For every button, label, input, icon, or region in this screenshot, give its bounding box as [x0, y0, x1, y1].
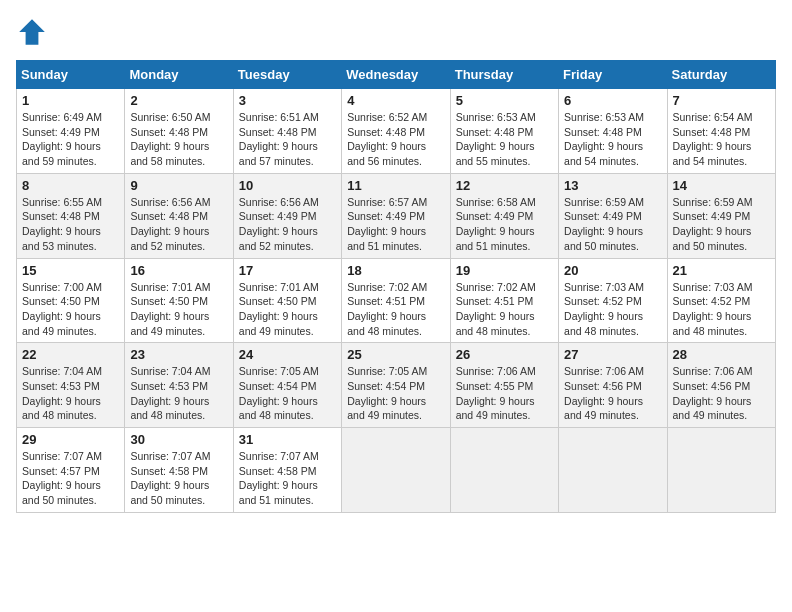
day-number: 25 [347, 347, 444, 362]
empty-cell [559, 428, 667, 513]
day-info: Sunrise: 7:05 AMSunset: 4:54 PMDaylight:… [239, 364, 336, 423]
day-number: 18 [347, 263, 444, 278]
day-number: 29 [22, 432, 119, 447]
weekday-header-wednesday: Wednesday [342, 61, 450, 89]
day-info: Sunrise: 7:02 AMSunset: 4:51 PMDaylight:… [347, 280, 444, 339]
day-number: 16 [130, 263, 227, 278]
day-number: 21 [673, 263, 770, 278]
day-info: Sunrise: 7:04 AMSunset: 4:53 PMDaylight:… [22, 364, 119, 423]
day-info: Sunrise: 6:53 AMSunset: 4:48 PMDaylight:… [456, 110, 553, 169]
day-number: 3 [239, 93, 336, 108]
day-cell-11: 11Sunrise: 6:57 AMSunset: 4:49 PMDayligh… [342, 173, 450, 258]
day-cell-7: 7Sunrise: 6:54 AMSunset: 4:48 PMDaylight… [667, 89, 775, 174]
day-number: 12 [456, 178, 553, 193]
day-info: Sunrise: 6:52 AMSunset: 4:48 PMDaylight:… [347, 110, 444, 169]
day-cell-8: 8Sunrise: 6:55 AMSunset: 4:48 PMDaylight… [17, 173, 125, 258]
day-cell-27: 27Sunrise: 7:06 AMSunset: 4:56 PMDayligh… [559, 343, 667, 428]
day-cell-4: 4Sunrise: 6:52 AMSunset: 4:48 PMDaylight… [342, 89, 450, 174]
day-info: Sunrise: 6:57 AMSunset: 4:49 PMDaylight:… [347, 195, 444, 254]
day-info: Sunrise: 6:58 AMSunset: 4:49 PMDaylight:… [456, 195, 553, 254]
day-info: Sunrise: 7:07 AMSunset: 4:58 PMDaylight:… [239, 449, 336, 508]
day-info: Sunrise: 6:55 AMSunset: 4:48 PMDaylight:… [22, 195, 119, 254]
weekday-header-tuesday: Tuesday [233, 61, 341, 89]
day-cell-18: 18Sunrise: 7:02 AMSunset: 4:51 PMDayligh… [342, 258, 450, 343]
day-number: 23 [130, 347, 227, 362]
day-cell-9: 9Sunrise: 6:56 AMSunset: 4:48 PMDaylight… [125, 173, 233, 258]
weekday-header-monday: Monday [125, 61, 233, 89]
day-info: Sunrise: 6:49 AMSunset: 4:49 PMDaylight:… [22, 110, 119, 169]
day-number: 2 [130, 93, 227, 108]
day-number: 15 [22, 263, 119, 278]
day-info: Sunrise: 6:59 AMSunset: 4:49 PMDaylight:… [564, 195, 661, 254]
day-cell-2: 2Sunrise: 6:50 AMSunset: 4:48 PMDaylight… [125, 89, 233, 174]
day-cell-14: 14Sunrise: 6:59 AMSunset: 4:49 PMDayligh… [667, 173, 775, 258]
day-cell-13: 13Sunrise: 6:59 AMSunset: 4:49 PMDayligh… [559, 173, 667, 258]
day-number: 14 [673, 178, 770, 193]
day-cell-30: 30Sunrise: 7:07 AMSunset: 4:58 PMDayligh… [125, 428, 233, 513]
weekday-header-sunday: Sunday [17, 61, 125, 89]
day-cell-23: 23Sunrise: 7:04 AMSunset: 4:53 PMDayligh… [125, 343, 233, 428]
weekday-header-thursday: Thursday [450, 61, 558, 89]
day-cell-24: 24Sunrise: 7:05 AMSunset: 4:54 PMDayligh… [233, 343, 341, 428]
day-cell-20: 20Sunrise: 7:03 AMSunset: 4:52 PMDayligh… [559, 258, 667, 343]
day-cell-12: 12Sunrise: 6:58 AMSunset: 4:49 PMDayligh… [450, 173, 558, 258]
day-number: 31 [239, 432, 336, 447]
header [16, 16, 776, 48]
empty-cell [342, 428, 450, 513]
day-number: 27 [564, 347, 661, 362]
day-info: Sunrise: 7:03 AMSunset: 4:52 PMDaylight:… [673, 280, 770, 339]
day-info: Sunrise: 6:56 AMSunset: 4:49 PMDaylight:… [239, 195, 336, 254]
day-info: Sunrise: 7:01 AMSunset: 4:50 PMDaylight:… [130, 280, 227, 339]
day-cell-31: 31Sunrise: 7:07 AMSunset: 4:58 PMDayligh… [233, 428, 341, 513]
day-cell-29: 29Sunrise: 7:07 AMSunset: 4:57 PMDayligh… [17, 428, 125, 513]
day-cell-10: 10Sunrise: 6:56 AMSunset: 4:49 PMDayligh… [233, 173, 341, 258]
day-number: 5 [456, 93, 553, 108]
day-info: Sunrise: 7:01 AMSunset: 4:50 PMDaylight:… [239, 280, 336, 339]
day-number: 11 [347, 178, 444, 193]
day-info: Sunrise: 7:04 AMSunset: 4:53 PMDaylight:… [130, 364, 227, 423]
day-info: Sunrise: 7:07 AMSunset: 4:57 PMDaylight:… [22, 449, 119, 508]
day-number: 17 [239, 263, 336, 278]
logo-icon [16, 16, 48, 48]
day-info: Sunrise: 7:06 AMSunset: 4:56 PMDaylight:… [564, 364, 661, 423]
day-info: Sunrise: 6:53 AMSunset: 4:48 PMDaylight:… [564, 110, 661, 169]
day-cell-6: 6Sunrise: 6:53 AMSunset: 4:48 PMDaylight… [559, 89, 667, 174]
day-cell-17: 17Sunrise: 7:01 AMSunset: 4:50 PMDayligh… [233, 258, 341, 343]
day-info: Sunrise: 6:50 AMSunset: 4:48 PMDaylight:… [130, 110, 227, 169]
logo [16, 16, 52, 48]
day-number: 26 [456, 347, 553, 362]
day-number: 22 [22, 347, 119, 362]
day-info: Sunrise: 7:07 AMSunset: 4:58 PMDaylight:… [130, 449, 227, 508]
day-number: 10 [239, 178, 336, 193]
day-number: 19 [456, 263, 553, 278]
day-number: 24 [239, 347, 336, 362]
day-cell-1: 1Sunrise: 6:49 AMSunset: 4:49 PMDaylight… [17, 89, 125, 174]
day-info: Sunrise: 6:59 AMSunset: 4:49 PMDaylight:… [673, 195, 770, 254]
day-cell-5: 5Sunrise: 6:53 AMSunset: 4:48 PMDaylight… [450, 89, 558, 174]
day-number: 8 [22, 178, 119, 193]
svg-marker-0 [19, 19, 45, 45]
day-number: 7 [673, 93, 770, 108]
day-cell-3: 3Sunrise: 6:51 AMSunset: 4:48 PMDaylight… [233, 89, 341, 174]
day-cell-19: 19Sunrise: 7:02 AMSunset: 4:51 PMDayligh… [450, 258, 558, 343]
day-info: Sunrise: 6:51 AMSunset: 4:48 PMDaylight:… [239, 110, 336, 169]
day-cell-26: 26Sunrise: 7:06 AMSunset: 4:55 PMDayligh… [450, 343, 558, 428]
day-number: 1 [22, 93, 119, 108]
day-number: 20 [564, 263, 661, 278]
day-info: Sunrise: 7:06 AMSunset: 4:56 PMDaylight:… [673, 364, 770, 423]
day-cell-25: 25Sunrise: 7:05 AMSunset: 4:54 PMDayligh… [342, 343, 450, 428]
day-number: 28 [673, 347, 770, 362]
day-cell-22: 22Sunrise: 7:04 AMSunset: 4:53 PMDayligh… [17, 343, 125, 428]
day-cell-16: 16Sunrise: 7:01 AMSunset: 4:50 PMDayligh… [125, 258, 233, 343]
day-info: Sunrise: 6:56 AMSunset: 4:48 PMDaylight:… [130, 195, 227, 254]
day-number: 30 [130, 432, 227, 447]
empty-cell [450, 428, 558, 513]
day-cell-28: 28Sunrise: 7:06 AMSunset: 4:56 PMDayligh… [667, 343, 775, 428]
day-info: Sunrise: 7:00 AMSunset: 4:50 PMDaylight:… [22, 280, 119, 339]
day-number: 6 [564, 93, 661, 108]
day-number: 4 [347, 93, 444, 108]
day-info: Sunrise: 6:54 AMSunset: 4:48 PMDaylight:… [673, 110, 770, 169]
weekday-header-friday: Friday [559, 61, 667, 89]
day-info: Sunrise: 7:05 AMSunset: 4:54 PMDaylight:… [347, 364, 444, 423]
day-info: Sunrise: 7:06 AMSunset: 4:55 PMDaylight:… [456, 364, 553, 423]
